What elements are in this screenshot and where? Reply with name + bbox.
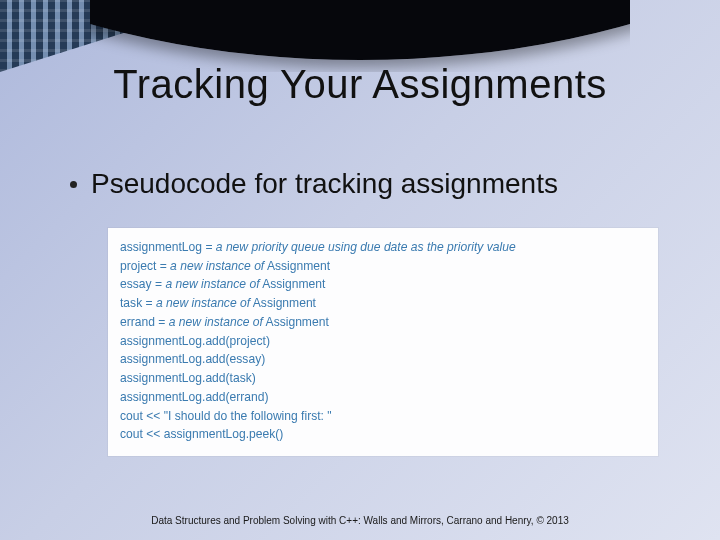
code-line: assignmentLog.add(project) [120,332,646,351]
code-text: essay = [120,277,165,291]
code-text: assignmentLog.add(project) [120,334,270,348]
bullet-dot-icon [70,181,77,188]
code-line: essay = a new instance of Assignment [120,275,646,294]
code-text: Assignment [250,296,316,310]
code-text: assignmentLog.add(task) [120,371,256,385]
pseudocode-box: assignmentLog = a new priority queue usi… [108,228,658,456]
code-line: task = a new instance of Assignment [120,294,646,313]
code-text: task = [120,296,156,310]
code-text: assignmentLog.add(essay) [120,352,265,366]
slide-title: Tracking Your Assignments [0,62,720,107]
code-text: cout << assignmentLog.peek() [120,427,283,441]
code-text: errand = [120,315,169,329]
code-line: assignmentLog.add(task) [120,369,646,388]
code-text: assignmentLog.add(errand) [120,390,269,404]
code-text: Assignment [263,315,329,329]
bullet-row: Pseudocode for tracking assignments [70,168,558,200]
code-text: assignmentLog = [120,240,216,254]
code-text: project = [120,259,170,273]
code-italic: a new instance of [170,259,264,273]
code-line: assignmentLog = a new priority queue usi… [120,238,646,257]
code-line: cout << assignmentLog.peek() [120,425,646,444]
code-line: assignmentLog.add(errand) [120,388,646,407]
code-italic: a new instance of [165,277,259,291]
code-italic: a new instance of [156,296,250,310]
footer-citation: Data Structures and Problem Solving with… [0,515,720,526]
code-line: cout << "I should do the following first… [120,407,646,426]
code-line: assignmentLog.add(essay) [120,350,646,369]
code-text: Assignment [260,277,326,291]
code-text: cout << "I should do the following first… [120,409,332,423]
slide: Tracking Your Assignments Pseudocode for… [0,0,720,540]
code-text: Assignment [264,259,330,273]
bullet-text: Pseudocode for tracking assignments [91,168,558,200]
code-italic: a new instance of [169,315,263,329]
code-italic: a new priority queue using due date as t… [216,240,516,254]
code-line: project = a new instance of Assignment [120,257,646,276]
code-line: errand = a new instance of Assignment [120,313,646,332]
